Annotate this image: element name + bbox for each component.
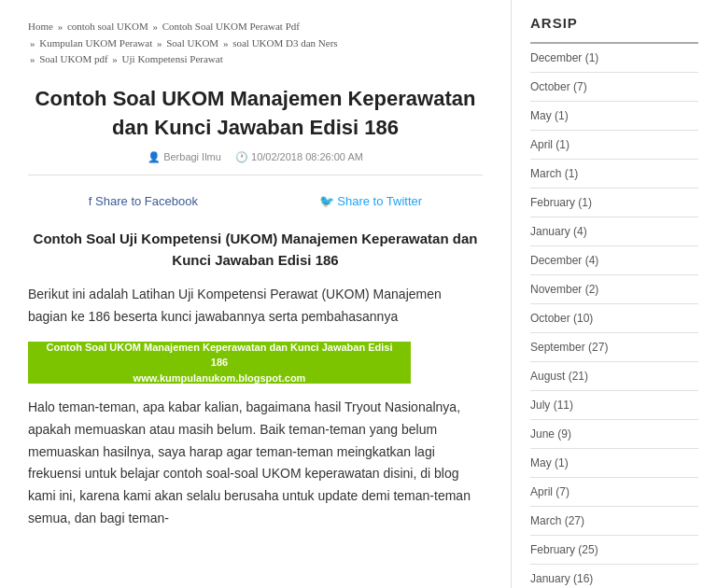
archive-item: December (1) xyxy=(530,44,698,73)
main-content: Home » contoh soal UKOM » Contoh Soal UK… xyxy=(0,0,512,588)
archive-item: January (4) xyxy=(530,217,698,246)
post-date: 10/02/2018 08:26:00 AM xyxy=(235,151,363,162)
archive-item: March (1) xyxy=(530,160,698,189)
archive-link[interactable]: January (16) xyxy=(530,572,593,585)
breadcrumb-contoh-soal[interactable]: contoh soal UKOM xyxy=(67,21,148,32)
archive-link[interactable]: July (11) xyxy=(530,399,573,412)
share-bar: f Share to Facebook 🐦 Share to Twitter xyxy=(28,187,483,216)
archive-item: May (1) xyxy=(530,449,698,478)
archive-link[interactable]: December (1) xyxy=(530,51,598,64)
archive-link[interactable]: January (4) xyxy=(530,225,587,238)
post-author: Berbagi Ilmu xyxy=(148,151,221,162)
facebook-icon: f xyxy=(89,194,95,208)
post-title: Contoh Soal UKOM Manajemen Keperawatan d… xyxy=(28,85,483,143)
archive-item: February (1) xyxy=(530,189,698,217)
breadcrumb: Home » contoh soal UKOM » Contoh Soal UK… xyxy=(28,19,483,68)
archive-link[interactable]: November (2) xyxy=(530,283,598,296)
archive-link[interactable]: October (10) xyxy=(530,312,593,325)
banner-text: Contoh Soal UKOM Manajemen Keperawatan d… xyxy=(37,340,401,386)
breadcrumb-d3-ners[interactable]: soal UKOM D3 dan Ners xyxy=(232,37,337,49)
archive-link[interactable]: December (4) xyxy=(530,254,598,267)
archive-link[interactable]: February (25) xyxy=(530,543,598,556)
archive-link[interactable]: April (1) xyxy=(530,138,569,151)
archive-link[interactable]: June (9) xyxy=(530,427,571,441)
post-banner: Contoh Soal UKOM Manajemen Keperawatan d… xyxy=(28,342,411,384)
archive-item: October (7) xyxy=(530,73,698,102)
archive-link[interactable]: March (1) xyxy=(530,167,578,180)
archive-link[interactable]: May (1) xyxy=(530,109,569,122)
archive-item: January (16) xyxy=(530,565,698,588)
archive-item: December (4) xyxy=(530,246,698,275)
archive-item: March (27) xyxy=(530,507,698,536)
breadcrumb-home[interactable]: Home xyxy=(28,21,53,32)
archive-item: February (25) xyxy=(530,536,698,565)
post-sub-heading: Contoh Soal Uji Kompetensi (UKOM) Manaje… xyxy=(28,229,483,271)
archive-item: August (21) xyxy=(530,362,698,391)
archive-item: June (9) xyxy=(530,420,698,449)
archive-link[interactable]: October (7) xyxy=(530,80,587,93)
archive-item: April (7) xyxy=(530,478,698,507)
archive-link[interactable]: March (27) xyxy=(530,514,584,527)
archive-item: May (1) xyxy=(530,102,698,131)
archive-item: April (1) xyxy=(530,131,698,160)
archive-item: July (11) xyxy=(530,391,698,420)
archive-list: December (1)October (7)May (1)April (1)M… xyxy=(530,44,698,588)
title-divider xyxy=(28,175,483,175)
archive-item: November (2) xyxy=(530,275,698,304)
sidebar-title: ARSIP xyxy=(530,15,698,31)
archive-link[interactable]: September (27) xyxy=(530,341,608,354)
share-twitter-button[interactable]: 🐦 Share to Twitter xyxy=(319,194,422,208)
post-meta: Berbagi Ilmu 10/02/2018 08:26:00 AM xyxy=(28,151,483,163)
breadcrumb-soal-pdf[interactable]: Soal UKOM pdf xyxy=(39,53,107,64)
post-intro: Berikut ini adalah Latihan Uji Kompetens… xyxy=(28,284,483,329)
archive-link[interactable]: August (21) xyxy=(530,370,588,383)
share-facebook-button[interactable]: f Share to Facebook xyxy=(89,194,198,208)
twitter-icon: 🐦 xyxy=(319,194,338,208)
sidebar: ARSIP December (1)October (7)May (1)Apri… xyxy=(512,0,717,588)
archive-item: September (27) xyxy=(530,333,698,362)
post-body: Halo teman-teman, apa kabar kalian, baga… xyxy=(28,397,483,530)
breadcrumb-perawat-pdf[interactable]: Contoh Soal UKOM Perawat Pdf xyxy=(162,21,300,32)
breadcrumb-soal-ukom[interactable]: Soal UKOM xyxy=(166,37,218,49)
archive-link[interactable]: February (1) xyxy=(530,196,592,209)
breadcrumb-kumpulan[interactable]: Kumpulan UKOM Perawat xyxy=(39,37,152,49)
archive-link[interactable]: May (1) xyxy=(530,456,569,469)
archive-link[interactable]: April (7) xyxy=(530,485,569,498)
archive-item: October (10) xyxy=(530,304,698,333)
breadcrumb-uji-kompetensi[interactable]: Uji Kompetensi Perawat xyxy=(122,53,223,64)
